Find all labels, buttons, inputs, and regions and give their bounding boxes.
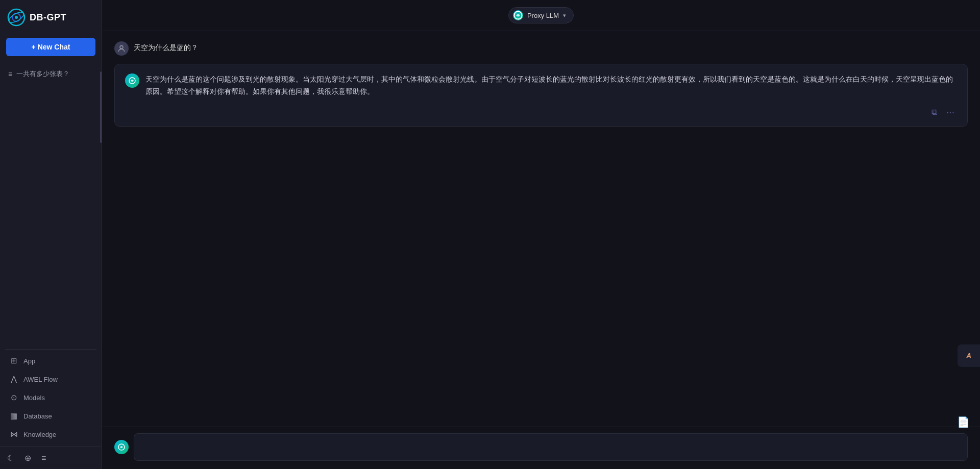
llm-selector[interactable]: Proxy LLM ▾ [508,7,574,23]
sidebar-scrollbar [100,71,102,143]
sidebar-item-knowledge-label: Knowledge [23,431,56,438]
app-icon: ⊞ [9,356,18,365]
chat-history-item[interactable]: ≡ 一共有多少张表？ [5,65,96,83]
llm-selector-chevron: ▾ [563,12,566,19]
anthropic-badge-label: A [966,352,971,360]
dark-mode-icon[interactable]: ☾ [7,453,14,463]
new-chat-button[interactable]: + New Chat [6,38,95,56]
ai-response-text: 天空为什么是蓝的这个问题涉及到光的散射现象。当太阳光穿过大气层时，其中的气体和微… [145,73,957,98]
awel-flow-icon: ⋀ [9,375,18,384]
sidebar-item-app-label: App [23,357,35,365]
language-icon[interactable]: ⊕ [24,453,31,463]
sidebar-item-models-label: Models [23,394,45,402]
sidebar-item-database-label: Database [23,412,52,420]
logo-icon [7,8,26,27]
chat-area: 天空为什么是蓝的？ 天空为什么是蓝的这个问题涉及到光的散射现象。当太阳光穿过大气… [102,31,980,427]
sidebar-item-database[interactable]: ▦ Database [5,407,96,425]
chat-history-list: ≡ 一共有多少张表？ [0,63,102,344]
user-question-text: 天空为什么是蓝的？ [134,41,198,53]
svg-point-5 [120,46,123,49]
sidebar-nav: ⊞ App ⋀ AWEL Flow ⊙ Models ▦ Database ⋈ … [0,344,102,447]
chat-history-icon: ≡ [8,70,12,78]
copy-button[interactable]: ⧉ [929,106,940,118]
input-avatar-icon [114,440,129,454]
ai-message-container: 天空为什么是蓝的这个问题涉及到光的散射现象。当太阳光穿过大气层时，其中的气体和微… [114,64,968,127]
document-icon[interactable]: 📄 [957,416,970,428]
database-icon: ▦ [9,411,18,421]
models-icon: ⊙ [9,393,18,402]
user-avatar [114,41,129,56]
user-message: 天空为什么是蓝的？ [114,41,968,56]
llm-selector-label: Proxy LLM [527,12,559,19]
knowledge-icon: ⋈ [9,430,18,439]
sidebar-bottom-bar: ☾ ⊕ ≡ [0,447,102,469]
ai-message-actions: ⧉ ⋯ [125,103,957,119]
sidebar-item-awel-flow-label: AWEL Flow [23,376,58,383]
anthropic-badge[interactable]: A [958,344,980,367]
chat-input[interactable] [134,433,968,461]
ai-avatar [125,73,139,88]
ai-message-header: 天空为什么是蓝的这个问题涉及到光的散射现象。当太阳光穿过大气层时，其中的气体和微… [125,73,957,98]
sidebar: DB-GPT + New Chat ≡ 一共有多少张表？ ⊞ App ⋀ AWE… [0,0,102,469]
topbar: Proxy LLM ▾ [102,0,980,31]
logo-area: DB-GPT [0,0,102,35]
sidebar-item-awel-flow[interactable]: ⋀ AWEL Flow [5,370,96,388]
sidebar-item-models[interactable]: ⊙ Models [5,388,96,407]
logo-text: DB-GPT [30,12,66,23]
sidebar-item-app[interactable]: ⊞ App [5,352,96,370]
svg-point-2 [15,16,18,19]
llm-dot-icon [513,10,523,20]
main-content: Proxy LLM ▾ 天空为什么是蓝的？ [102,0,980,469]
sidebar-item-knowledge[interactable]: ⋈ Knowledge [5,425,96,443]
chat-history-label: 一共有多少张表？ [16,69,69,79]
sidebar-divider [5,349,96,350]
more-options-button[interactable]: ⋯ [944,106,957,119]
menu-icon[interactable]: ≡ [41,454,46,463]
input-area [102,427,980,469]
